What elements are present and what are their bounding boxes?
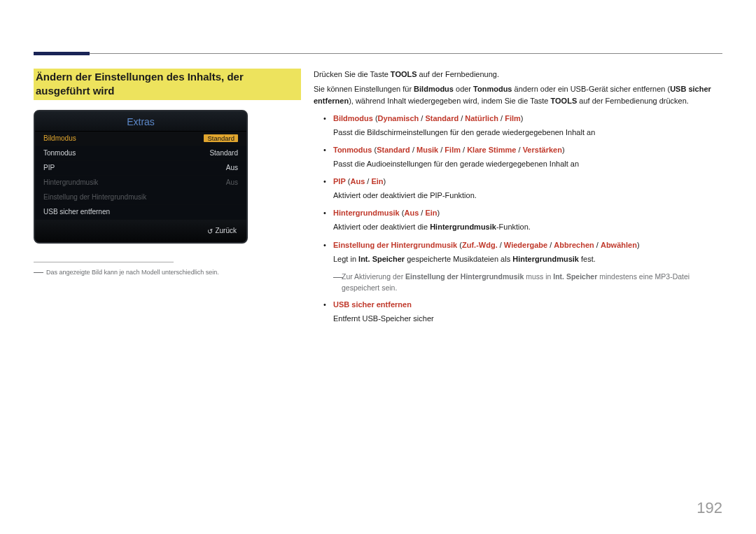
text-bold: TOOLS [391, 70, 417, 78]
footnote: ―Das angezeigte Bild kann je nach Modell… [34, 265, 301, 279]
text: Drücken Sie die Taste [314, 70, 391, 78]
osd-footer: ↺Zurück [35, 220, 246, 242]
option-name: Hintergrundmusik [333, 209, 400, 217]
bullet-hintergrundmusik: Hintergrundmusik (Aus / Ein) [314, 207, 722, 219]
menu-row-usb-entfernen[interactable]: USB sicher entfernen [35, 205, 246, 220]
menu-value: Aus [226, 178, 238, 186]
right-column: Drücken Sie die Taste TOOLS auf der Fern… [314, 69, 722, 330]
text-bold: Bildmodus [414, 85, 454, 93]
dash-icon: ― [34, 266, 43, 277]
text: oder [454, 85, 473, 93]
option-value: Aus [404, 209, 419, 217]
text-bold: Hintergrundmusik [512, 255, 579, 263]
text: -Funktion. [496, 223, 531, 231]
option-value: Verstärken [523, 146, 562, 154]
menu-label: USB sicher entfernen [43, 208, 110, 216]
option-value: Ein [425, 209, 437, 217]
menu-row-tonmodus[interactable]: Tonmodus Standard [35, 146, 246, 161]
bullet-bildmodus: Bildmodus (Dynamisch / Standard / Natürl… [314, 113, 722, 125]
footnote-rule [34, 262, 174, 262]
option-name: PIP [333, 177, 346, 185]
bullet-desc: Passt die Audioeinstellungen für den ger… [314, 158, 722, 170]
text-bold: TOOLS [551, 97, 578, 105]
text-bold: Einstellung der Hintergrundmusik [405, 272, 524, 281]
option-value: Dynamisch [378, 114, 419, 122]
option-name: USB sicher entfernen [333, 300, 412, 309]
menu-label: Einstellung der Hintergrundmusik [43, 193, 146, 201]
section-title: Ändern der Einstellungen des Inhalts, de… [34, 69, 301, 100]
header-accent [34, 52, 90, 55]
bullet-desc: Legt in Int. Speicher gespeicherte Musik… [314, 253, 722, 265]
menu-value: Standard [209, 149, 238, 157]
header-rule [34, 53, 722, 54]
option-value: Wiedergabe [504, 241, 547, 249]
option-value: Ein [371, 177, 383, 185]
text: ändern oder ein USB-Gerät sicher entfern… [512, 85, 671, 93]
text-bold: Hintergrundmusik [430, 223, 496, 231]
option-value: Film [505, 114, 521, 122]
menu-label: Hintergrundmusik [43, 178, 98, 186]
menu-row-einstellung-hintergrundmusik: Einstellung der Hintergrundmusik [35, 190, 246, 205]
bullet-desc: Passt die Bildschirmeinstellungen für de… [314, 127, 722, 139]
bullet-usb-entfernen: USB sicher entfernen [314, 299, 722, 311]
bullet-desc: Entfernt USB-Speicher sicher [314, 313, 722, 325]
text-bold: Int. Speicher [553, 272, 597, 281]
option-value: Abwählen [601, 241, 637, 249]
bullet-list: Bildmodus (Dynamisch / Standard / Natürl… [314, 113, 722, 325]
option-value: Aus [350, 177, 365, 185]
footnote-text: Das angezeigte Bild kann je nach Modell … [46, 269, 219, 276]
option-name: Bildmodus [333, 114, 373, 122]
option-value: Zuf.-Wdg. [462, 241, 498, 249]
osd-panel: Extras Bildmodus Standard Tonmodus Stand… [34, 110, 248, 244]
text: fest. [579, 255, 596, 263]
return-icon: ↺ [207, 227, 213, 235]
text: auf der Fernbedienung drücken. [577, 97, 689, 105]
option-value: Musik [416, 146, 438, 154]
bullet-pip: PIP (Aus / Ein) [314, 176, 722, 188]
left-column: Ändern der Einstellungen des Inhalts, de… [34, 69, 301, 330]
menu-value: Standard [204, 134, 238, 142]
dash-icon: ― [333, 269, 343, 285]
osd-footer-text: Zurück [215, 227, 237, 234]
text: Sie können Einstellungen für [314, 85, 414, 93]
text: gespeicherte Musikdateien als [405, 255, 512, 263]
menu-value: Aus [226, 164, 238, 171]
menu-row-bildmodus[interactable]: Bildmodus Standard [35, 132, 246, 146]
option-value: Standard [377, 146, 410, 154]
text: Aktiviert oder deaktiviert die [333, 223, 430, 231]
intro-line-2: Sie können Einstellungen für Bildmodus o… [314, 83, 722, 107]
option-value: Film [444, 146, 461, 154]
bullet-desc: Aktiviert oder deaktiviert die Hintergru… [314, 221, 722, 233]
bullet-tonmodus: Tonmodus (Standard / Musik / Film / Klar… [314, 144, 722, 156]
menu-row-pip[interactable]: PIP Aus [35, 161, 246, 176]
menu-label: PIP [43, 164, 55, 171]
option-value: Klare Stimme [467, 146, 516, 154]
text-bold: Int. Speicher [358, 255, 405, 263]
text: ), während Inhalt wiedergegeben wird, in… [349, 97, 550, 105]
page-content: Ändern der Einstellungen des Inhalts, de… [34, 69, 722, 330]
text-bold: Tonmodus [473, 85, 512, 93]
menu-label: Tonmodus [43, 149, 76, 157]
intro-line-1: Drücken Sie die Taste TOOLS auf der Fern… [314, 69, 722, 80]
note: ― Zur Aktivierung der Einstellung der Hi… [314, 271, 722, 294]
bullet-einstellung-hintergrundmusik: Einstellung der Hintergrundmusik (Zuf.-W… [314, 239, 722, 251]
option-value: Natürlich [465, 114, 498, 122]
option-name: Tonmodus [333, 146, 372, 154]
page-number: 192 [696, 499, 722, 517]
menu-row-hintergrundmusik: Hintergrundmusik Aus [35, 176, 246, 190]
text: Legt in [333, 255, 358, 263]
bullet-desc: Aktiviert oder deaktiviert die PIP-Funkt… [314, 190, 722, 202]
text: muss in [524, 272, 553, 281]
text: auf der Fernbedienung. [417, 70, 499, 78]
text: Zur Aktivierung der [342, 272, 405, 281]
option-value: Abbrechen [554, 241, 594, 249]
option-name: Einstellung der Hintergrundmusik [333, 241, 457, 249]
menu-label: Bildmodus [43, 134, 76, 142]
osd-title: Extras [35, 111, 246, 132]
option-value: Standard [425, 114, 458, 122]
